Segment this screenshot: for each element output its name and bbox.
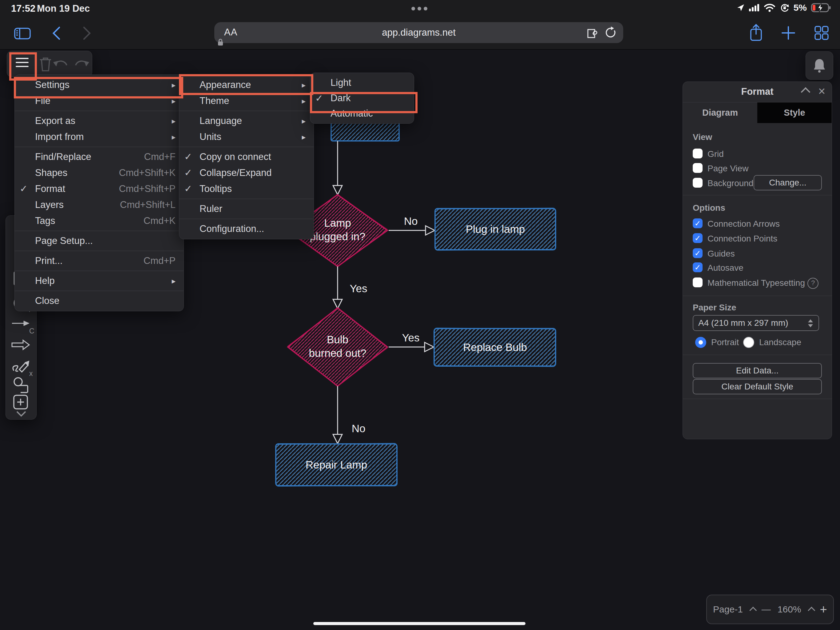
menu-item-find-replace[interactable]: Find/ReplaceCmd+F xyxy=(15,149,183,165)
home-indicator[interactable] xyxy=(313,622,526,625)
notifications-button[interactable] xyxy=(805,51,833,80)
menu-item-copy-on-connect[interactable]: ✓Copy on connect xyxy=(179,149,314,165)
menu-item-ruler[interactable]: Ruler xyxy=(179,201,314,217)
menu-item-settings[interactable]: Settings▸ xyxy=(15,77,183,93)
menu-item-language[interactable]: Language▸ xyxy=(179,113,314,129)
zoom-menu-caret-icon[interactable] xyxy=(808,606,815,614)
arrow-tool-icon[interactable] xyxy=(11,317,30,329)
clock: 17:52 xyxy=(11,3,35,14)
page-view-checkbox[interactable] xyxy=(693,163,703,173)
checkmark-icon: ✓ xyxy=(315,93,323,104)
date: Mon 19 Dec xyxy=(37,3,90,14)
node-bulb-burned-out[interactable]: Bulb burned out? xyxy=(287,307,388,387)
sketch-pen-tool-icon[interactable] xyxy=(11,356,30,374)
connection-points-checkbox[interactable]: ✓ xyxy=(693,233,703,243)
back-icon[interactable] xyxy=(52,26,61,40)
collapse-panel-icon[interactable] xyxy=(802,89,809,97)
menu-item-help[interactable]: Help▸ xyxy=(15,273,183,289)
menu-item-import-from[interactable]: Import from▸ xyxy=(15,129,183,145)
menu-item-close[interactable]: Close xyxy=(15,293,183,309)
shapes-picker-icon[interactable] xyxy=(11,375,30,393)
submenu-arrow-icon: ▸ xyxy=(302,133,306,141)
page-selector[interactable]: Page-1 xyxy=(713,604,743,615)
main-menu: Settings▸ File▸ Export as▸ Import from▸ … xyxy=(14,74,184,311)
reload-icon[interactable] xyxy=(604,27,616,39)
tabs-overview-icon[interactable] xyxy=(814,25,829,40)
status-bar: 17:52 Mon 19 Dec 5% xyxy=(0,0,840,17)
block-arrow-tool-icon[interactable] xyxy=(11,338,30,351)
grid-checkbox[interactable] xyxy=(693,149,703,158)
orientation-lock-icon xyxy=(780,3,789,12)
menu-item-page-setup[interactable]: Page Setup... xyxy=(15,233,183,249)
node-replace-bulb[interactable]: Replace Bulb xyxy=(434,328,556,367)
add-shape-icon[interactable] xyxy=(13,394,28,410)
menu-item-tags[interactable]: TagsCmd+K xyxy=(15,213,183,229)
connection-arrows-label: Connection Arrows xyxy=(707,219,780,229)
math-typesetting-checkbox[interactable] xyxy=(693,277,703,287)
submenu-arrow-icon: ▸ xyxy=(172,277,175,285)
forward-icon[interactable] xyxy=(82,26,92,40)
view-section-heading: View xyxy=(693,132,712,142)
sidebar-toggle-icon[interactable] xyxy=(14,27,31,40)
redo-icon[interactable] xyxy=(73,58,90,71)
menu-item-format[interactable]: ✓FormatCmd+Shift+P xyxy=(15,181,183,197)
extensions-icon[interactable] xyxy=(586,27,598,38)
menu-item-shapes[interactable]: ShapesCmd+Shift+K xyxy=(15,165,183,181)
clear-default-style-button[interactable]: Clear Default Style xyxy=(693,379,822,394)
connection-points-label: Connection Points xyxy=(707,234,777,244)
svg-text:Lamp: Lamp xyxy=(324,217,351,229)
appearance-submenu: Light ✓Dark Automatic xyxy=(310,73,414,123)
background-checkbox[interactable] xyxy=(693,178,703,188)
format-panel-header: Format × xyxy=(683,82,832,103)
portrait-radio[interactable] xyxy=(695,337,706,348)
menu-item-theme[interactable]: Theme▸ xyxy=(179,93,314,109)
svg-text:Replace Bulb: Replace Bulb xyxy=(463,341,527,353)
change-background-button[interactable]: Change... xyxy=(753,175,822,190)
menu-item-layers[interactable]: LayersCmd+Shift+L xyxy=(15,197,183,213)
zoom-in-button[interactable]: + xyxy=(820,603,827,616)
delete-icon[interactable] xyxy=(39,57,52,72)
close-panel-icon[interactable]: × xyxy=(818,84,825,98)
menu-item-units[interactable]: Units▸ xyxy=(179,129,314,145)
menu-item-print[interactable]: Print...Cmd+P xyxy=(15,253,183,269)
settings-submenu: Appearance▸ Theme▸ Language▸ Units▸ ✓Cop… xyxy=(179,74,314,239)
connection-arrows-checkbox[interactable]: ✓ xyxy=(693,218,703,228)
landscape-radio[interactable] xyxy=(743,337,754,348)
new-tab-icon[interactable] xyxy=(782,26,795,40)
address-bar[interactable]: AA app.diagrams.net xyxy=(214,22,623,43)
page-menu-caret-icon[interactable] xyxy=(749,606,757,614)
node-plug-in-lamp[interactable]: Plug in lamp xyxy=(435,208,556,251)
checkmark-icon: ✓ xyxy=(184,167,192,179)
menu-item-configuration[interactable]: Configuration... xyxy=(179,221,314,237)
menu-item-export-as[interactable]: Export as▸ xyxy=(15,113,183,129)
tab-diagram[interactable]: Diagram xyxy=(683,103,757,123)
edge-label-yes-2: Yes xyxy=(402,332,419,343)
node-repair-lamp[interactable]: Repair Lamp xyxy=(275,443,397,487)
guides-checkbox[interactable]: ✓ xyxy=(693,248,703,258)
background-label: Background xyxy=(707,179,753,188)
multitasking-dots-icon[interactable] xyxy=(411,7,427,11)
math-help-icon[interactable]: ? xyxy=(807,278,818,289)
edit-data-button[interactable]: Edit Data... xyxy=(693,363,822,378)
autosave-label: Autosave xyxy=(707,263,744,273)
paper-size-select[interactable]: A4 (210 mm x 297 mm) xyxy=(693,315,819,331)
toolbar-collapse-chevron-icon[interactable] xyxy=(16,410,27,418)
menu-item-file[interactable]: File▸ xyxy=(15,93,183,109)
menu-item-light[interactable]: Light xyxy=(310,75,414,90)
zoom-out-button[interactable]: — xyxy=(762,604,771,615)
share-icon[interactable] xyxy=(749,24,763,41)
menu-item-dark[interactable]: ✓Dark xyxy=(310,90,414,106)
menu-hamburger-button[interactable] xyxy=(16,55,28,70)
autosave-checkbox[interactable]: ✓ xyxy=(693,263,703,272)
submenu-arrow-icon: ▸ xyxy=(172,97,175,106)
svg-text:Plug in lamp: Plug in lamp xyxy=(466,223,525,235)
menu-item-automatic[interactable]: Automatic xyxy=(310,106,414,121)
undo-icon[interactable] xyxy=(52,58,70,71)
menu-item-collapse-expand[interactable]: ✓Collapse/Expand xyxy=(179,165,314,181)
submenu-arrow-icon: ▸ xyxy=(172,117,175,125)
zoom-level[interactable]: 160% xyxy=(778,604,801,615)
menu-item-appearance[interactable]: Appearance▸ xyxy=(179,77,314,93)
menu-item-tooltips[interactable]: ✓Tooltips xyxy=(179,181,314,197)
paper-size-value: A4 (210 mm x 297 mm) xyxy=(698,318,788,328)
tab-style[interactable]: Style xyxy=(757,103,832,123)
